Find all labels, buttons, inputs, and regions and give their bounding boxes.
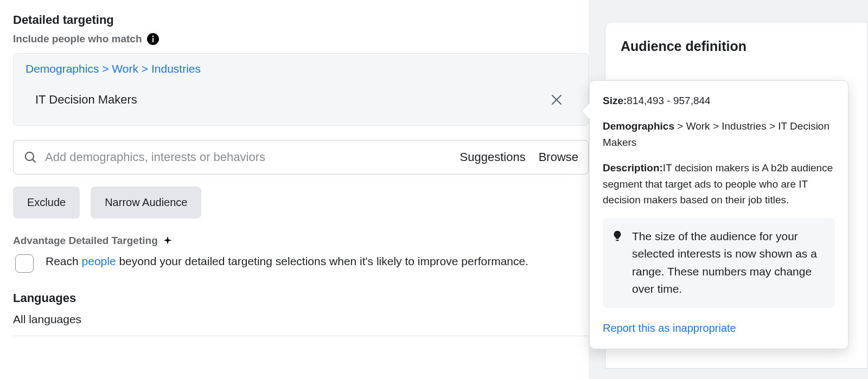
suggestions-link[interactable]: Suggestions [460,150,526,164]
breadcrumb-level2[interactable]: Work [112,62,138,75]
search-icon [23,150,37,164]
svg-point-2 [152,36,154,37]
targeting-search-row: Suggestions Browse [13,140,589,175]
targeting-chip: IT Decision Makers [25,83,576,117]
tooltip-size-label: Size: [603,95,627,106]
detailed-targeting-title: Detailed targeting [13,13,589,27]
adt-text-suffix: beyond your detailed targeting selection… [116,255,528,267]
targeting-breadcrumb[interactable]: Demographics > Work > Industries [25,62,576,75]
languages-title: Languages [13,291,589,305]
advantage-targeting-description: Reach people beyond your detailed target… [46,252,528,271]
advantage-targeting-label: Advantage Detailed Targeting [13,235,158,247]
audience-tooltip: Size:814,493 - 957,844 Demographics > Wo… [589,80,848,349]
sparkle-icon [162,235,173,246]
people-link[interactable]: people [82,255,116,267]
tooltip-desc-label: Description: [603,162,663,174]
breadcrumb-sep: > [102,62,112,75]
remove-chip-icon[interactable] [550,93,563,106]
svg-point-5 [25,152,34,160]
tooltip-path-label: Demographics [603,120,674,132]
lightbulb-icon [611,230,623,242]
breadcrumb-sep: > [142,62,151,75]
adt-text-prefix: Reach [46,255,82,267]
advantage-targeting-checkbox[interactable] [15,254,34,273]
audience-definition-title: Audience definition [621,38,852,54]
targeting-chip-label: IT Decision Makers [35,93,137,107]
exclude-button[interactable]: Exclude [13,187,80,219]
svg-rect-1 [152,38,154,42]
targeting-breadcrumb-box: Demographics > Work > Industries IT Deci… [13,53,589,126]
info-icon[interactable] [146,33,159,46]
targeting-search-input[interactable] [45,150,452,164]
tooltip-tip-box: The size of the audience for your select… [603,218,835,308]
breadcrumb-level3[interactable]: Industries [151,62,201,75]
svg-line-6 [33,159,36,163]
tooltip-size-value: 814,493 - 957,844 [627,95,710,106]
browse-link[interactable]: Browse [539,150,578,164]
languages-value[interactable]: All languages [13,313,589,326]
tooltip-tip-text: The size of the audience for your select… [632,228,826,298]
divider [13,336,589,336]
report-inappropriate-link[interactable]: Report this as inappropriate [603,320,835,337]
narrow-audience-button[interactable]: Narrow Audience [91,187,201,219]
breadcrumb-level1[interactable]: Demographics [25,62,99,75]
include-label: Include people who match [13,33,142,45]
